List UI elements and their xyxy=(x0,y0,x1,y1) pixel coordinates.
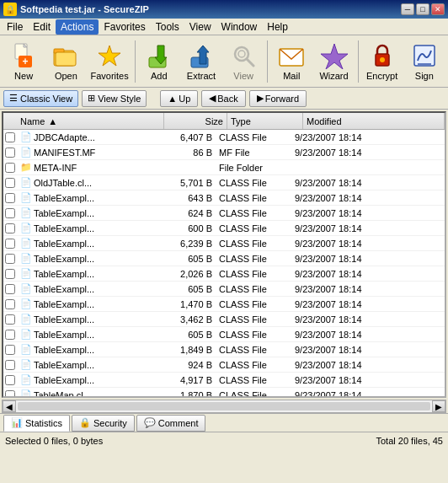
row-checkbox[interactable] xyxy=(3,269,17,279)
file-type: CLASS File xyxy=(216,269,291,279)
svg-point-18 xyxy=(380,57,385,62)
row-checkbox[interactable] xyxy=(3,299,17,309)
row-checkbox[interactable] xyxy=(3,148,17,158)
size-col-header[interactable]: Size xyxy=(164,113,227,129)
up-button[interactable]: ▲ Up xyxy=(160,90,198,107)
table-row[interactable]: 📄 TableExampl... 600 B CLASS File 9/23/2… xyxy=(3,221,445,236)
toolbar-wizard-button[interactable]: Wizard xyxy=(313,38,354,85)
comment-label: Comment xyxy=(158,418,199,428)
toolbar-open-button[interactable]: Open xyxy=(45,38,86,85)
svg-marker-7 xyxy=(99,46,120,66)
menu-window[interactable]: Window xyxy=(216,19,263,35)
toolbar-view-button[interactable]: View xyxy=(223,38,264,85)
toolbar-mail-button[interactable]: Mail xyxy=(271,38,312,85)
row-checkbox[interactable] xyxy=(3,345,17,355)
table-row[interactable]: 📄 MANIFEST.MF 86 B MF File 9/23/2007 18:… xyxy=(3,145,445,160)
menu-view[interactable]: View xyxy=(184,19,216,35)
row-checkbox[interactable] xyxy=(3,254,17,264)
forward-icon: ▶ xyxy=(257,93,264,104)
menu-edit[interactable]: Edit xyxy=(28,19,56,35)
file-name: TableExampl... xyxy=(30,345,152,355)
menu-actions[interactable]: Actions xyxy=(56,19,99,35)
name-col-header[interactable]: Name ▲ xyxy=(17,113,164,129)
view-style-button[interactable]: ⊞ View Style xyxy=(82,90,147,107)
table-row[interactable]: 📄 TableExampl... 624 B CLASS File 9/23/2… xyxy=(3,206,445,221)
table-row[interactable]: 📄 TableMap.cl... 1,870 B CLASS File 9/23… xyxy=(3,388,445,396)
menu-help[interactable]: Help xyxy=(262,19,293,35)
file-type: CLASS File xyxy=(216,330,291,340)
security-label: Security xyxy=(93,418,127,428)
toolbar-favorites-button[interactable]: Favorites xyxy=(88,38,131,85)
file-type: CLASS File xyxy=(216,284,291,294)
minimize-button[interactable]: ─ xyxy=(401,3,414,15)
scroll-right-button[interactable]: ▶ xyxy=(432,400,445,412)
horizontal-scrollbar[interactable]: ◀ ▶ xyxy=(2,400,446,413)
table-row[interactable]: 📄 TableExampl... 924 B CLASS File 9/23/2… xyxy=(3,357,445,373)
classic-view-icon: ☰ xyxy=(9,93,18,104)
row-checkbox[interactable] xyxy=(3,284,17,294)
row-checkbox[interactable] xyxy=(3,390,17,397)
toolbar-add-label: Add xyxy=(151,71,168,81)
file-type: CLASS File xyxy=(216,375,291,385)
file-modified: 9/23/2007 18:14 xyxy=(291,254,445,264)
file-icon: 📄 xyxy=(17,253,30,264)
menu-file[interactable]: File xyxy=(2,19,28,35)
row-checkbox[interactable] xyxy=(3,223,17,233)
table-row[interactable]: 📄 TableExampl... 2,026 B CLASS File 9/23… xyxy=(3,266,445,282)
row-checkbox[interactable] xyxy=(3,163,17,173)
toolbar-sep-2 xyxy=(267,40,268,83)
file-modified: 9/23/2007 18:14 xyxy=(291,360,445,370)
svg-marker-16 xyxy=(321,44,348,69)
statistics-tab[interactable]: 📊 Statistics xyxy=(3,415,70,432)
table-row[interactable]: 📄 TableExampl... 605 B CLASS File 9/23/2… xyxy=(3,327,445,342)
file-size: 605 B xyxy=(152,284,216,294)
row-checkbox[interactable] xyxy=(3,360,17,370)
type-col-header[interactable]: Type xyxy=(227,113,303,129)
file-size: 624 B xyxy=(152,208,216,218)
toolbar-sep-3 xyxy=(358,40,359,83)
row-checkbox[interactable] xyxy=(3,193,17,203)
file-list-body: 📄 JDBCAdapte... 6,407 B CLASS File 9/23/… xyxy=(3,130,445,396)
table-row[interactable]: 📄 TableExampl... 605 B CLASS File 9/23/2… xyxy=(3,251,445,266)
info-bar: Selected 0 files, 0 bytes Total 20 files… xyxy=(0,432,448,448)
maximize-button[interactable]: □ xyxy=(416,3,429,15)
table-row[interactable]: 📄 TableExampl... 6,239 B CLASS File 9/23… xyxy=(3,236,445,251)
row-checkbox[interactable] xyxy=(3,314,17,325)
forward-button[interactable]: ▶ Forward xyxy=(249,90,307,107)
back-button[interactable]: ◀ Back xyxy=(201,90,245,107)
row-checkbox[interactable] xyxy=(3,132,17,142)
classic-view-button[interactable]: ☰ Classic View xyxy=(3,90,78,107)
row-checkbox[interactable] xyxy=(3,375,17,385)
menu-favorites[interactable]: Favorites xyxy=(99,19,150,35)
row-checkbox[interactable] xyxy=(3,330,17,340)
table-row[interactable]: 📄 JDBCAdapte... 6,407 B CLASS File 9/23/… xyxy=(3,130,445,145)
security-tab[interactable]: 🔒 Security xyxy=(72,415,135,432)
table-row[interactable]: 📄 TableExampl... 605 B CLASS File 9/23/2… xyxy=(3,282,445,297)
comment-tab[interactable]: 💬 Comment xyxy=(136,415,206,432)
back-icon: ◀ xyxy=(209,93,216,104)
toolbar-extract-button[interactable]: Extract xyxy=(181,38,221,85)
row-checkbox[interactable] xyxy=(3,239,17,249)
scroll-left-button[interactable]: ◀ xyxy=(3,400,16,412)
file-name: TableExampl... xyxy=(30,239,152,249)
toolbar-new-button[interactable]: + New xyxy=(3,38,44,85)
total-files-info: Total 20 files, 45 xyxy=(376,436,444,446)
menu-tools[interactable]: Tools xyxy=(151,19,184,35)
modified-col-header[interactable]: Modified xyxy=(303,113,445,129)
view-style-icon: ⊞ xyxy=(88,93,95,104)
toolbar-add-button[interactable]: Add xyxy=(139,38,179,85)
row-checkbox[interactable] xyxy=(3,208,17,218)
toolbar-encrypt-button[interactable]: Encrypt xyxy=(362,38,403,85)
table-row[interactable]: 📁 META-INF File Folder xyxy=(3,160,445,175)
toolbar-encrypt-label: Encrypt xyxy=(366,71,397,81)
toolbar-sign-button[interactable]: Sign xyxy=(404,38,445,85)
row-checkbox[interactable] xyxy=(3,178,17,188)
table-row[interactable]: 📄 OldJTable.cl... 5,701 B CLASS File 9/2… xyxy=(3,175,445,191)
table-row[interactable]: 📄 TableExampl... 1,470 B CLASS File 9/23… xyxy=(3,297,445,312)
table-row[interactable]: 📄 TableExampl... 4,917 B CLASS File 9/23… xyxy=(3,373,445,388)
table-row[interactable]: 📄 TableExampl... 1,849 B CLASS File 9/23… xyxy=(3,342,445,357)
close-button[interactable]: ✕ xyxy=(431,3,445,15)
table-row[interactable]: 📄 TableExampl... 3,462 B CLASS File 9/23… xyxy=(3,312,445,327)
file-size: 86 B xyxy=(152,148,216,158)
table-row[interactable]: 📄 TableExampl... 643 B CLASS File 9/23/2… xyxy=(3,191,445,206)
